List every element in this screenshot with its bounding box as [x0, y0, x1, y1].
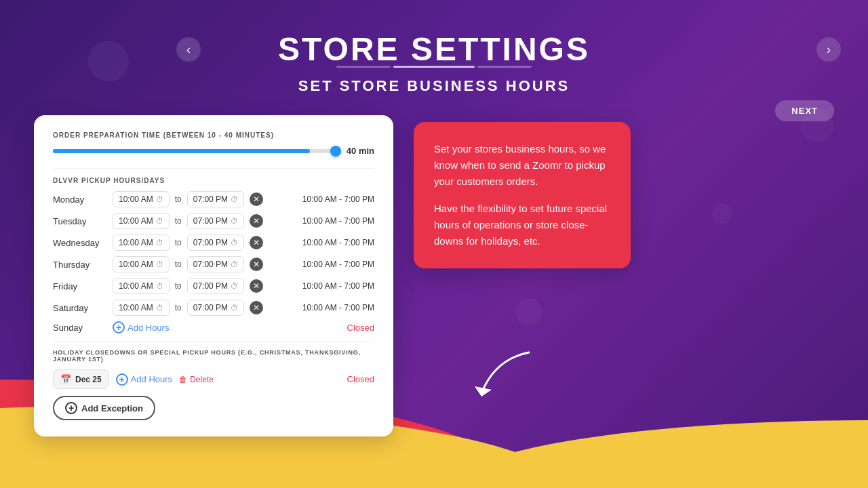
clock-icon: ⏱ [231, 304, 238, 312]
date-badge[interactable]: 📅 Dec 25 [53, 369, 109, 389]
table-row: Monday 10:00 AM ⏱ to 07:00 PM ⏱ ✕ 10:00 … [53, 191, 374, 207]
table-row: Wednesday 10:00 AM ⏱ to 07:00 PM ⏱ ✕ 10:… [53, 235, 374, 251]
clock-icon: ⏱ [156, 239, 163, 247]
table-row: Thursday 10:00 AM ⏱ to 07:00 PM ⏱ ✕ 10:0… [53, 256, 374, 272]
add-exception-button[interactable]: + Add Exception [53, 396, 155, 420]
time-value: 07:00 PM [193, 195, 228, 204]
friday-remove-button[interactable]: ✕ [250, 279, 263, 293]
divider-1 [53, 168, 374, 169]
saturday-start-time[interactable]: 10:00 AM ⏱ [113, 300, 170, 316]
time-value: 10:00 AM [119, 303, 153, 312]
next-top-button[interactable]: NEXT [775, 100, 834, 121]
time-value: 10:00 AM [119, 216, 153, 226]
trash-icon: 🗑 [179, 375, 187, 384]
time-value: 10:00 AM [119, 195, 153, 204]
clock-icon: ⏱ [156, 217, 163, 225]
thursday-start-time[interactable]: 10:00 AM ⏱ [113, 256, 170, 272]
sunday-add-hours-label: Add Hours [127, 323, 169, 333]
info-text-1: Set your stores business hours, so we kn… [434, 141, 610, 190]
slider-fill [53, 149, 310, 153]
holiday-label: HOLIDAY CLOSEDOWNS OR SPECIAL PICKUP HOU… [53, 349, 374, 363]
pickup-label: DLVVR PICKUP HOURS/DAYS [53, 177, 374, 184]
to-label: to [175, 303, 182, 312]
slider-track[interactable] [53, 149, 338, 153]
wednesday-end-time[interactable]: 07:00 PM ⏱ [187, 235, 244, 251]
monday-end-time[interactable]: 07:00 PM ⏱ [187, 191, 244, 207]
plus-icon: + [116, 373, 128, 386]
wednesday-remove-button[interactable]: ✕ [250, 236, 263, 249]
slider-value: 40 min [347, 146, 374, 156]
pill-decoration [336, 66, 532, 68]
exception-add-hours-button[interactable]: + Add Hours [116, 373, 172, 386]
monday-remove-button[interactable]: ✕ [250, 192, 263, 206]
to-label: to [175, 216, 182, 226]
monday-start-time[interactable]: 10:00 AM ⏱ [113, 191, 170, 207]
to-label: to [175, 195, 182, 204]
holiday-section: HOLIDAY CLOSEDOWNS OR SPECIAL PICKUP HOU… [53, 342, 374, 420]
time-value: 10:00 AM [119, 260, 153, 269]
sunday-row: Sunday + Add Hours Closed [53, 321, 374, 333]
exception-add-hours-label: Add Hours [131, 374, 172, 384]
holiday-row: 📅 Dec 25 + Add Hours 🗑 Delete Closed [53, 369, 374, 389]
day-name-wednesday: Wednesday [53, 238, 107, 248]
to-label: to [175, 238, 182, 247]
page-subtitle: SET STORE BUSINESS HOURS [0, 77, 868, 95]
slider-row: 40 min [53, 146, 374, 156]
arrow-decoration [461, 346, 542, 413]
time-value: 07:00 PM [193, 238, 228, 247]
add-exception-label: Add Exception [81, 403, 143, 413]
time-value: 10:00 AM [119, 281, 153, 291]
clock-icon: ⏱ [156, 195, 163, 203]
sunday-closed-label: Closed [347, 323, 374, 333]
friday-summary: 10:00 AM - 7:00 PM [302, 281, 374, 291]
info-text-2: Have the flexibility to set future speci… [434, 201, 610, 249]
clock-icon: ⏱ [231, 282, 238, 290]
day-name-tuesday: Tuesday [53, 216, 107, 226]
clock-icon: ⏱ [156, 282, 163, 290]
exception-date: Dec 25 [75, 375, 102, 384]
table-row: Saturday 10:00 AM ⏱ to 07:00 PM ⏱ ✕ 10:0… [53, 300, 374, 316]
calendar-icon: 📅 [60, 374, 71, 384]
info-card: Set your stores business hours, so we kn… [414, 122, 631, 268]
clock-icon: ⏱ [231, 217, 238, 225]
settings-card: ORDER PREPARATION TIME (BETWEEN 10 - 40 … [34, 115, 393, 436]
clock-icon: ⏱ [156, 260, 163, 268]
thursday-end-time[interactable]: 07:00 PM ⏱ [187, 256, 244, 272]
wednesday-start-time[interactable]: 10:00 AM ⏱ [113, 235, 170, 251]
time-value: 07:00 PM [193, 260, 228, 269]
saturday-remove-button[interactable]: ✕ [250, 301, 263, 314]
clock-icon: ⏱ [231, 239, 238, 247]
plus-icon: + [113, 321, 125, 333]
time-value: 10:00 AM [119, 238, 153, 247]
time-value: 07:00 PM [193, 303, 228, 312]
nav-prev-button[interactable]: ‹ [176, 37, 201, 62]
thursday-summary: 10:00 AM - 7:00 PM [302, 260, 374, 269]
pill-line-active [393, 66, 475, 68]
content-area: ORDER PREPARATION TIME (BETWEEN 10 - 40 … [0, 102, 868, 436]
to-label: to [175, 281, 182, 291]
to-label: to [175, 260, 182, 269]
sunday-add-hours-button[interactable]: + Add Hours [113, 321, 169, 333]
page-title: STORE SETTINGS [0, 30, 868, 68]
tuesday-end-time[interactable]: 07:00 PM ⏱ [187, 213, 244, 229]
saturday-end-time[interactable]: 07:00 PM ⏱ [187, 300, 244, 316]
nav-next-button[interactable]: › [816, 37, 841, 62]
time-value: 07:00 PM [193, 281, 228, 291]
day-name-saturday: Saturday [53, 303, 107, 313]
slider-thumb [330, 146, 341, 157]
table-row: Tuesday 10:00 AM ⏱ to 07:00 PM ⏱ ✕ 10:00… [53, 213, 374, 229]
slider-label: ORDER PREPARATION TIME (BETWEEN 10 - 40 … [53, 131, 374, 139]
saturday-summary: 10:00 AM - 7:00 PM [302, 303, 374, 312]
clock-icon: ⏱ [231, 260, 238, 268]
thursday-remove-button[interactable]: ✕ [250, 258, 263, 271]
friday-end-time[interactable]: 07:00 PM ⏱ [187, 278, 244, 294]
table-row: Friday 10:00 AM ⏱ to 07:00 PM ⏱ ✕ 10:00 … [53, 278, 374, 294]
tuesday-start-time[interactable]: 10:00 AM ⏱ [113, 213, 170, 229]
exception-delete-button[interactable]: 🗑 Delete [179, 375, 214, 384]
tuesday-remove-button[interactable]: ✕ [250, 214, 263, 228]
day-name-monday: Monday [53, 195, 107, 205]
pill-line-2 [477, 66, 532, 68]
clock-icon: ⏱ [231, 195, 238, 203]
friday-start-time[interactable]: 10:00 AM ⏱ [113, 278, 170, 294]
day-name-thursday: Thursday [53, 260, 107, 270]
